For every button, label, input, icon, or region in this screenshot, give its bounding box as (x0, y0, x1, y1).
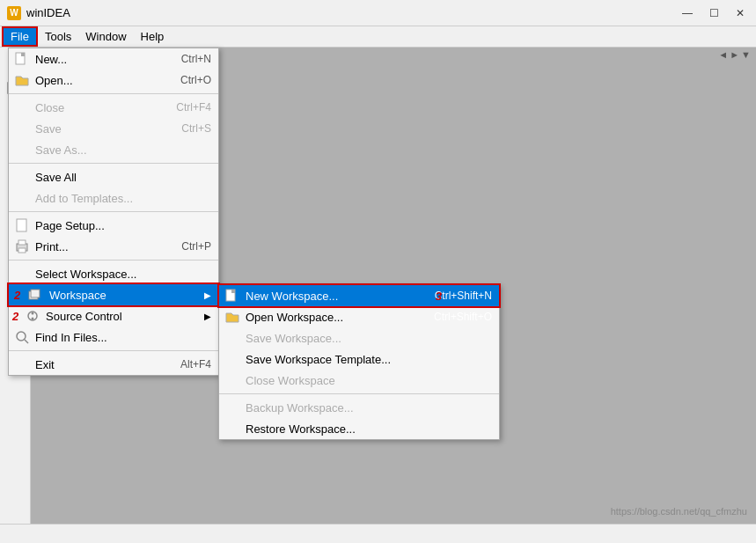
nav-back-icon[interactable]: ◄ (718, 49, 728, 60)
save-workspace-label: Save Workspace... (246, 332, 341, 345)
add-templates-label: Add to Templates... (35, 192, 133, 205)
menu-item-source-control[interactable]: 2 Source Control ▶ (9, 305, 218, 327)
menu-bar: File Tools Window Help (0, 26, 756, 48)
menu-window-label: Window (85, 30, 126, 43)
menu-help[interactable]: Help (134, 26, 172, 47)
print-icon (14, 238, 30, 254)
minimize-button[interactable]: — (675, 4, 700, 23)
open-workspace-label: Open Workspace... (246, 311, 343, 324)
menu-item-new[interactable]: New... Ctrl+N (9, 48, 218, 70)
page-setup-label: Page Setup... (35, 219, 105, 232)
svg-line-23 (25, 340, 28, 343)
menu-tools-label: Tools (45, 30, 71, 43)
new-workspace-shortcut: Ctrl+Shift+N (417, 290, 492, 302)
menu-item-save[interactable]: Save Ctrl+S (9, 118, 218, 139)
backup-workspace-label: Backup Workspace... (246, 401, 354, 415)
submenu-restore-workspace[interactable]: Restore Workspace... (219, 418, 499, 439)
separator-4 (9, 260, 218, 260)
title-bar-controls: — ☐ ✕ (675, 4, 752, 23)
workspace-arrow: ▶ (204, 290, 211, 300)
menu-item-open[interactable]: Open... Ctrl+O (9, 70, 218, 91)
workspace-label: Workspace (49, 289, 106, 302)
nav-forward-icon[interactable]: ► (730, 49, 739, 60)
menu-item-find-in-files[interactable]: Find In Files... (9, 327, 218, 348)
submenu-new-workspace[interactable]: New Workspace... Ctrl+Shift+N 3 (219, 285, 499, 306)
menu-item-exit[interactable]: Exit Alt+F4 (9, 354, 218, 375)
menu-item-select-workspace[interactable]: Select Workspace... (9, 263, 218, 284)
new-icon (14, 51, 30, 67)
select-workspace-label: Select Workspace... (35, 268, 136, 281)
menu-tools[interactable]: Tools (38, 26, 78, 47)
menu-item-page-setup[interactable]: Page Setup... (9, 215, 218, 236)
save-as-label: Save As... (35, 143, 87, 157)
submenu-save-workspace-template[interactable]: Save Workspace Template... (219, 349, 499, 370)
open-workspace-shortcut: Ctrl+Shift+O (416, 311, 492, 323)
find-in-files-label: Find In Files... (35, 331, 107, 344)
save-workspace-template-label: Save Workspace Template... (246, 353, 391, 366)
svg-rect-14 (18, 240, 26, 245)
separator-2 (9, 163, 218, 164)
watermark: https://blog.csdn.net/qq_cfmzhu (611, 506, 747, 517)
separator-5 (9, 350, 218, 351)
menu-item-add-templates[interactable]: Add to Templates... (9, 187, 218, 209)
title-bar: W winIDEA — ☐ ✕ (0, 0, 756, 26)
source-control-icon (25, 308, 40, 324)
close-button[interactable]: ✕ (728, 4, 752, 23)
submenu-save-workspace[interactable]: Save Workspace... (219, 327, 499, 349)
svg-rect-17 (31, 290, 40, 297)
print-shortcut: Ctrl+P (164, 240, 211, 253)
separator-3 (9, 211, 218, 212)
open-label: Open... (35, 74, 73, 87)
menu-file-label: File (11, 30, 29, 43)
new-workspace-icon (224, 288, 240, 304)
workspace-icon (28, 289, 40, 301)
submenu-open-workspace[interactable]: Open Workspace... Ctrl+Shift+O (219, 306, 499, 327)
open-shortcut: Ctrl+O (163, 74, 211, 86)
close-workspace-label: Close Workspace (246, 374, 335, 387)
svg-rect-15 (18, 248, 26, 253)
new-shortcut: Ctrl+N (164, 53, 211, 65)
open-workspace-icon (224, 309, 240, 325)
svg-point-22 (17, 332, 26, 341)
badge-2: 2 (14, 289, 20, 302)
workspace-submenu: New Workspace... Ctrl+Shift+N 3 Open Wor… (218, 284, 500, 440)
submenu-separator-1 (219, 393, 499, 394)
source-control-label: Source Control (46, 310, 122, 323)
status-bar (0, 524, 756, 543)
badge-3: 3 (436, 290, 442, 303)
restore-workspace-label: Restore Workspace... (246, 422, 356, 436)
menu-item-close[interactable]: Close Ctrl+F4 (9, 97, 218, 118)
nav-down-icon[interactable]: ▼ (741, 49, 751, 60)
new-label: New... (35, 53, 67, 66)
exit-shortcut: Alt+F4 (163, 358, 211, 371)
submenu-backup-workspace[interactable]: Backup Workspace... (219, 397, 499, 418)
menu-item-save-as[interactable]: Save As... (9, 139, 218, 160)
badge-source: 2 (12, 310, 18, 323)
menu-help-label: Help (141, 30, 165, 43)
submenu-close-workspace[interactable]: Close Workspace (219, 370, 499, 391)
save-all-label: Save All (35, 171, 77, 184)
menu-item-save-all[interactable]: Save All (9, 166, 218, 187)
page-setup-icon (14, 217, 30, 233)
nav-arrows: ◄ ► ▼ (718, 49, 751, 60)
svg-rect-12 (17, 219, 26, 231)
open-icon (14, 72, 30, 88)
app-icon: W (7, 6, 21, 20)
exit-label: Exit (35, 358, 55, 371)
source-control-arrow: ▶ (204, 312, 211, 321)
save-shortcut: Ctrl+S (164, 122, 211, 135)
menu-item-workspace[interactable]: 2 Workspace ▶ New Workspace... Ctrl+Shif… (9, 284, 218, 305)
app-title: winIDEA (26, 6, 70, 19)
maximize-button[interactable]: ☐ (701, 4, 726, 23)
print-label: Print... (35, 240, 69, 253)
save-label: Save (35, 122, 62, 136)
new-workspace-label: New Workspace... (246, 290, 338, 303)
file-dropdown: New... Ctrl+N Open... Ctrl+O Close Ctrl+… (8, 48, 219, 376)
find-icon (14, 329, 30, 345)
menu-window[interactable]: Window (78, 26, 133, 47)
menu-file[interactable]: File (2, 26, 38, 47)
separator-1 (9, 93, 218, 94)
svg-point-21 (32, 318, 34, 320)
close-shortcut: Ctrl+F4 (158, 101, 211, 114)
menu-item-print[interactable]: Print... Ctrl+P (9, 236, 218, 257)
